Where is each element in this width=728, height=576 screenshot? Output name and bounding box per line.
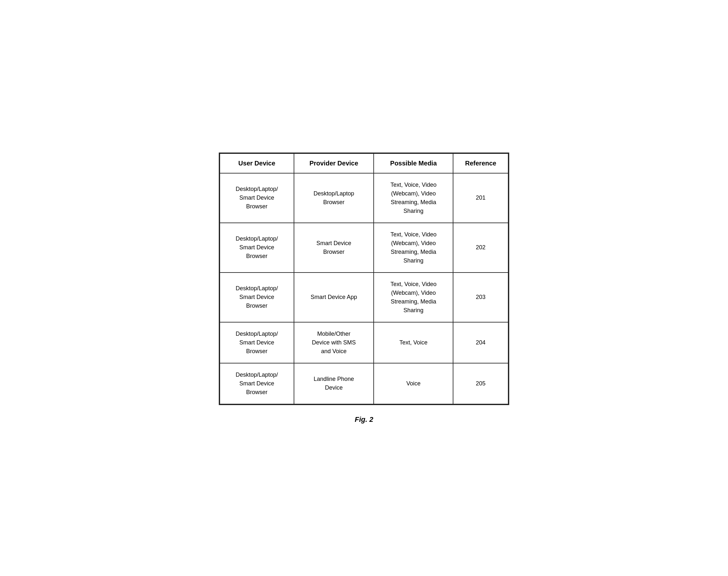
cell-possible_media-4: Voice <box>374 363 453 404</box>
cell-user_device-2: Desktop/Laptop/Smart DeviceBrowser <box>220 272 294 322</box>
cell-reference-4: 205 <box>453 363 508 404</box>
table-row: Desktop/Laptop/Smart DeviceBrowserMobile… <box>220 322 508 363</box>
cell-provider_device-2: Smart Device App <box>294 272 374 322</box>
cell-reference-0: 201 <box>453 173 508 223</box>
page-container: User Device Provider Device Possible Med… <box>219 152 509 424</box>
table-row: Desktop/Laptop/Smart DeviceBrowserSmart … <box>220 223 508 272</box>
cell-provider_device-0: Desktop/LaptopBrowser <box>294 173 374 223</box>
cell-possible_media-0: Text, Voice, Video(Webcam), VideoStreami… <box>374 173 453 223</box>
cell-user_device-1: Desktop/Laptop/Smart DeviceBrowser <box>220 223 294 272</box>
cell-user_device-0: Desktop/Laptop/Smart DeviceBrowser <box>220 173 294 223</box>
cell-provider_device-1: Smart DeviceBrowser <box>294 223 374 272</box>
cell-possible_media-3: Text, Voice <box>374 322 453 363</box>
cell-provider_device-4: Landline PhoneDevice <box>294 363 374 404</box>
header-user-device: User Device <box>220 153 294 173</box>
figure-caption: Fig. 2 <box>355 415 373 424</box>
cell-reference-1: 202 <box>453 223 508 272</box>
header-reference: Reference <box>453 153 508 173</box>
header-provider-device: Provider Device <box>294 153 374 173</box>
table-row: Desktop/Laptop/Smart DeviceBrowserDeskto… <box>220 173 508 223</box>
header-possible-media: Possible Media <box>374 153 453 173</box>
table-wrapper: User Device Provider Device Possible Med… <box>219 152 509 405</box>
table-row: Desktop/Laptop/Smart DeviceBrowserSmart … <box>220 272 508 322</box>
table-header-row: User Device Provider Device Possible Med… <box>220 153 508 173</box>
cell-reference-2: 203 <box>453 272 508 322</box>
data-table: User Device Provider Device Possible Med… <box>219 153 509 404</box>
table-row: Desktop/Laptop/Smart DeviceBrowserLandli… <box>220 363 508 404</box>
cell-possible_media-2: Text, Voice, Video(Webcam), VideoStreami… <box>374 272 453 322</box>
cell-reference-3: 204 <box>453 322 508 363</box>
cell-possible_media-1: Text, Voice, Video(Webcam), VideoStreami… <box>374 223 453 272</box>
cell-user_device-4: Desktop/Laptop/Smart DeviceBrowser <box>220 363 294 404</box>
cell-user_device-3: Desktop/Laptop/Smart DeviceBrowser <box>220 322 294 363</box>
cell-provider_device-3: Mobile/OtherDevice with SMSand Voice <box>294 322 374 363</box>
